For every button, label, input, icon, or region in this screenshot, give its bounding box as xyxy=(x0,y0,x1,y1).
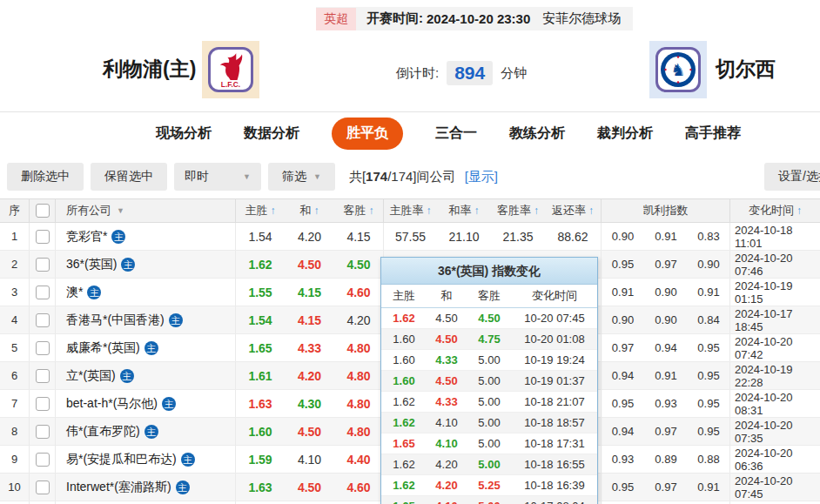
row-checkbox[interactable] xyxy=(36,369,50,383)
home-win-odds[interactable]: 1.61 xyxy=(235,362,285,389)
away-win-odds[interactable]: 4.50 xyxy=(334,251,383,278)
popup-change-time: 10-18 17:31 xyxy=(512,437,597,450)
popup-change-time: 10-18 18:57 xyxy=(512,416,597,429)
row-index: 3 xyxy=(0,279,29,306)
count-value: 174 xyxy=(366,169,387,184)
popup-away-odds: 4.75 xyxy=(467,333,512,346)
header-away-rate[interactable]: 客胜率↑ xyxy=(491,199,545,222)
show-link[interactable]: [显示] xyxy=(465,169,498,184)
header-return-rate[interactable]: 返还率↑ xyxy=(545,199,601,222)
league-badge: 英超 xyxy=(316,8,356,30)
odds-change-popup: 36*(英国) 指数变化 主胜和客胜变化时间 1.624.504.5010-20… xyxy=(380,257,598,504)
header-away-win[interactable]: 客胜↑ xyxy=(334,199,383,222)
kelly-away: 0.95 xyxy=(688,334,729,361)
popup-home-odds: 1.60 xyxy=(381,374,427,387)
row-index: 7 xyxy=(0,390,29,417)
change-time: 2024-10-20 07:46 xyxy=(729,251,820,278)
header-home-win[interactable]: 主胜↑ xyxy=(235,199,285,222)
row-checkbox[interactable] xyxy=(36,230,50,244)
away-win-odds[interactable]: 4.20 xyxy=(334,306,383,333)
kelly-draw: 0.91 xyxy=(644,223,688,250)
row-checkbox[interactable] xyxy=(36,258,50,272)
draw-odds[interactable]: 4.15 xyxy=(285,279,334,306)
keep-selected-button[interactable]: 保留选中 xyxy=(91,163,167,191)
home-win-odds[interactable]: 1.60 xyxy=(235,418,285,445)
kelly-draw: 0.90 xyxy=(644,279,688,306)
draw-odds[interactable]: 4.20 xyxy=(285,223,334,250)
tab-5[interactable]: 教练分析 xyxy=(509,118,565,150)
away-team-logo: ♞ xyxy=(649,41,707,98)
popup-away-odds: 5.25 xyxy=(467,479,512,492)
tab-2[interactable]: 数据分析 xyxy=(244,118,299,150)
company-name-cell[interactable]: Interwet*(塞浦路斯)主 xyxy=(55,474,235,501)
tab-6[interactable]: 裁判分析 xyxy=(597,118,653,150)
popup-home-odds: 1.65 xyxy=(381,437,427,450)
home-win-odds[interactable]: 1.62 xyxy=(235,251,285,278)
row-checkbox[interactable] xyxy=(36,313,50,327)
away-win-odds[interactable]: 4.80 xyxy=(334,418,383,445)
popup-away-odds: 5.00 xyxy=(467,500,512,504)
home-win-odds[interactable]: 1.59 xyxy=(235,446,285,473)
draw-odds[interactable]: 4.33 xyxy=(285,334,334,361)
header-draw-rate[interactable]: 和率↑ xyxy=(437,199,491,222)
header-company[interactable]: 所有公司 ▼ xyxy=(55,199,235,222)
draw-odds[interactable]: 4.30 xyxy=(285,390,334,417)
away-win-odds[interactable]: 4.60 xyxy=(334,474,383,501)
kelly-draw: 0.89 xyxy=(644,446,688,473)
away-win-odds[interactable]: 4.80 xyxy=(334,390,383,417)
chevron-down-icon: ▼ xyxy=(313,172,321,181)
row-index: 10 xyxy=(0,474,29,501)
row-checkbox[interactable] xyxy=(36,397,50,411)
popup-home-odds: 1.62 xyxy=(381,479,427,492)
company-count: 共[174/174]间公司 [显示] xyxy=(349,169,498,185)
company-name-cell[interactable]: 立*(英国)主 xyxy=(55,362,235,389)
odds-mode-dropdown[interactable]: 即时 ▼ xyxy=(174,163,261,191)
kickoff-time: 2024-10-20 23:30 xyxy=(427,11,530,26)
delete-selected-button[interactable]: 删除选中 xyxy=(7,163,84,191)
header-change-time[interactable]: 变化时间↑ xyxy=(729,199,820,222)
draw-odds[interactable]: 4.50 xyxy=(285,251,334,278)
away-win-odds[interactable]: 4.80 xyxy=(334,334,383,361)
tab-3[interactable]: 胜平负 xyxy=(332,118,403,150)
change-time: 2024-10-20 06:36 xyxy=(729,446,820,473)
draw-odds[interactable]: 4.20 xyxy=(285,362,334,389)
sort-asc-icon: ↑ xyxy=(588,205,594,217)
tab-1[interactable]: 现场分析 xyxy=(156,118,212,150)
draw-odds[interactable]: 4.50 xyxy=(285,418,334,445)
home-win-odds[interactable]: 1.65 xyxy=(235,334,285,361)
row-checkbox[interactable] xyxy=(36,341,50,355)
home-win-odds[interactable]: 1.54 xyxy=(235,306,285,333)
home-win-odds[interactable]: 1.55 xyxy=(235,279,285,306)
filter-dropdown[interactable]: 筛选 ▼ xyxy=(268,163,335,191)
away-win-odds[interactable]: 4.40 xyxy=(334,446,383,473)
company-name-cell[interactable]: 36*(英国)主 xyxy=(55,251,235,278)
popup-draw-odds: 4.10 xyxy=(427,437,467,450)
company-name-cell[interactable]: 竞彩官*主 xyxy=(55,223,235,250)
company-name-cell[interactable]: 澳*主 xyxy=(55,279,235,306)
select-all-checkbox[interactable] xyxy=(36,204,50,218)
row-checkbox[interactable] xyxy=(36,480,50,494)
draw-odds[interactable]: 4.50 xyxy=(285,474,334,501)
away-win-odds[interactable]: 4.15 xyxy=(334,223,383,250)
company-name-cell[interactable]: 威廉希*(英国)主 xyxy=(55,334,235,361)
row-checkbox[interactable] xyxy=(36,453,50,467)
draw-odds[interactable]: 4.15 xyxy=(285,306,334,333)
row-checkbox[interactable] xyxy=(36,425,50,439)
company-name-cell[interactable]: bet-at-h*(马尔他)主 xyxy=(55,390,235,417)
draw-odds[interactable]: 4.10 xyxy=(285,446,334,473)
home-win-odds[interactable]: 1.54 xyxy=(235,223,285,250)
row-checkbox[interactable] xyxy=(36,286,50,299)
away-win-odds[interactable]: 4.80 xyxy=(334,362,383,389)
settings-button[interactable]: 设置/选择 xyxy=(764,163,820,191)
home-win-odds[interactable]: 1.63 xyxy=(235,390,285,417)
tab-4[interactable]: 三合一 xyxy=(435,118,477,150)
home-win-rate: 57.55 xyxy=(383,223,437,250)
header-draw[interactable]: 和↑ xyxy=(285,199,334,222)
company-name-cell[interactable]: 香港马*(中国香港)主 xyxy=(55,306,235,333)
header-home-rate[interactable]: 主胜率↑ xyxy=(383,199,437,222)
company-name-cell[interactable]: 易*(安提瓜和巴布达)主 xyxy=(55,446,235,473)
home-win-odds[interactable]: 1.63 xyxy=(235,474,285,501)
tab-7[interactable]: 高手推荐 xyxy=(685,118,741,150)
away-win-odds[interactable]: 4.60 xyxy=(334,279,383,306)
company-name-cell[interactable]: 伟*(直布罗陀)主 xyxy=(55,418,235,445)
